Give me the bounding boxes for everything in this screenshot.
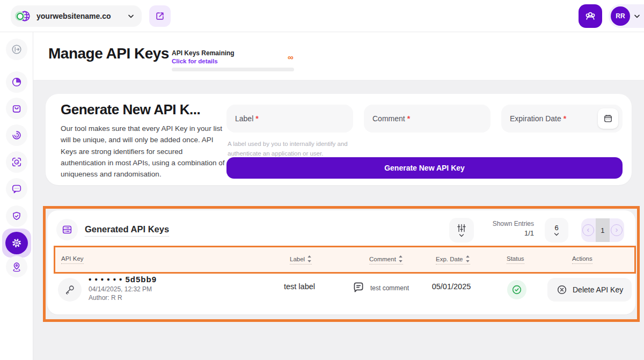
- account-menu[interactable]: RR: [609, 4, 644, 28]
- generate-api-key-button[interactable]: Generate New API Key: [226, 157, 623, 179]
- table-row: • • • • • • 5d5bb9 04/14/2025, 12:32 PM …: [47, 274, 635, 310]
- required-marker: *: [255, 114, 258, 123]
- page-size-value: 6: [554, 224, 558, 232]
- expiration-field-placeholder: Expiration Date: [510, 114, 561, 123]
- spiral-icon: [11, 129, 23, 141]
- location-pin-icon: [11, 261, 23, 273]
- generate-form: Label * Comment * Expiration Date * A la…: [226, 94, 623, 185]
- chat-icon: [11, 183, 23, 195]
- shopping-bag-icon: [11, 102, 23, 114]
- filter-button[interactable]: [449, 218, 474, 243]
- expiration-date-field[interactable]: Expiration Date *: [501, 105, 623, 133]
- api-key-masked: • • • • • • 5d5bb9: [89, 275, 157, 284]
- sidebar: [0, 32, 33, 360]
- remaining-value: ∞: [288, 53, 294, 62]
- avatar: RR: [611, 6, 630, 26]
- gear-icon: [5, 232, 28, 254]
- open-site-button[interactable]: [149, 5, 171, 27]
- database-icon: [56, 219, 78, 240]
- generate-api-key-card: Generate New API K... Our tool makes sur…: [46, 94, 632, 185]
- shown-entries: Shown Entries 1/1: [485, 220, 534, 237]
- required-marker: *: [407, 114, 410, 123]
- globe-icon: [17, 9, 31, 23]
- click-for-details-link[interactable]: Click for details: [172, 58, 218, 64]
- generate-card-title: Generate New API K...: [61, 101, 200, 118]
- cell-label: test label: [262, 282, 337, 291]
- page-header: Manage API Keys API Keys Remaining Click…: [33, 32, 644, 80]
- api-keys-remaining-label: API Keys Remaining: [172, 49, 235, 57]
- remaining-progress-bar: [172, 68, 294, 71]
- shown-entries-label: Shown Entries: [485, 220, 534, 227]
- sidebar-item-location[interactable]: [6, 256, 27, 277]
- delete-api-key-label: Delete API Key: [573, 285, 623, 294]
- sidebar-item-tracking[interactable]: [6, 151, 27, 173]
- sidebar-item-chat[interactable]: [6, 178, 27, 200]
- sort-icon: [465, 255, 470, 262]
- sidebar-item-security[interactable]: [6, 205, 27, 227]
- cell-exp-date: 05/01/2025: [416, 282, 486, 291]
- calendar-button[interactable]: [598, 108, 618, 129]
- arrow-right-circle-icon: [611, 224, 623, 236]
- chevron-down-icon: [633, 12, 641, 20]
- sidebar-item-sessions[interactable]: [6, 124, 27, 146]
- prev-page-button[interactable]: [581, 218, 596, 242]
- label-field-placeholder: Label: [235, 114, 253, 123]
- generate-card-description: Our tool makes sure that every API Key i…: [61, 123, 228, 180]
- status-active-icon: [507, 280, 526, 299]
- api-key-created: 04/14/2025, 12:32 PM: [89, 285, 152, 293]
- status-dot-icon: [15, 11, 25, 21]
- column-comment[interactable]: Comment: [369, 255, 403, 265]
- main-content: Manage API Keys API Keys Remaining Click…: [33, 32, 644, 360]
- sidebar-item-store[interactable]: [6, 98, 27, 119]
- column-api-key[interactable]: API Key: [61, 255, 84, 264]
- next-page-button[interactable]: [610, 218, 624, 242]
- current-page[interactable]: 1: [596, 218, 610, 242]
- site-selector-label: yourwebsitename.co: [36, 12, 111, 20]
- chevron-down-icon: [127, 12, 135, 20]
- column-label[interactable]: Label: [290, 255, 312, 265]
- page-title: Manage API Keys: [48, 45, 169, 62]
- filter-sliders-icon: [456, 223, 467, 233]
- table-header: API Key Label Comment Exp. Date Status A…: [54, 246, 636, 274]
- scan-target-icon: [11, 156, 23, 168]
- shield-check-icon: [11, 210, 23, 222]
- x-circle-icon: [556, 284, 568, 296]
- label-field[interactable]: Label *: [226, 105, 353, 133]
- label-helper-text: A label used by you to internally identi…: [228, 139, 362, 159]
- chevron-down-icon: [458, 233, 465, 238]
- site-selector-dropdown[interactable]: yourwebsitename.co: [11, 5, 142, 27]
- comment-field[interactable]: Comment *: [364, 105, 491, 133]
- calendar-icon: [603, 113, 613, 124]
- sort-icon: [398, 255, 403, 262]
- required-marker: *: [564, 114, 566, 123]
- key-icon: [58, 278, 82, 302]
- external-link-icon: [155, 11, 165, 21]
- sidebar-item-collapse[interactable]: [6, 39, 27, 60]
- column-status: Status: [507, 255, 524, 264]
- pie-chart-icon: [11, 76, 23, 88]
- sidebar-item-settings[interactable]: [2, 229, 31, 258]
- cell-comment: test comment: [370, 284, 409, 292]
- chevron-down-icon: [553, 232, 560, 237]
- page-size-select[interactable]: 6: [545, 218, 568, 243]
- column-exp-date[interactable]: Exp. Date: [436, 255, 470, 265]
- comment-field-placeholder: Comment: [372, 114, 405, 123]
- column-actions: Actions: [572, 255, 592, 264]
- shown-entries-value: 1/1: [485, 229, 534, 237]
- delete-api-key-button[interactable]: Delete API Key: [547, 278, 632, 302]
- comment-bubble-icon: [352, 280, 365, 294]
- arrow-left-circle-icon: [582, 224, 594, 236]
- team-icon: [584, 10, 597, 23]
- topbar: yourwebsitename.co RR: [0, 0, 644, 32]
- collapse-arrow-icon: [11, 43, 23, 55]
- pagination: 1: [581, 218, 624, 242]
- api-key-author: Author: R R: [89, 294, 122, 302]
- sidebar-item-analytics[interactable]: [6, 71, 27, 93]
- generated-keys-title: Generated API Keys: [85, 224, 169, 237]
- sort-icon: [307, 255, 312, 262]
- team-button[interactable]: [579, 4, 602, 28]
